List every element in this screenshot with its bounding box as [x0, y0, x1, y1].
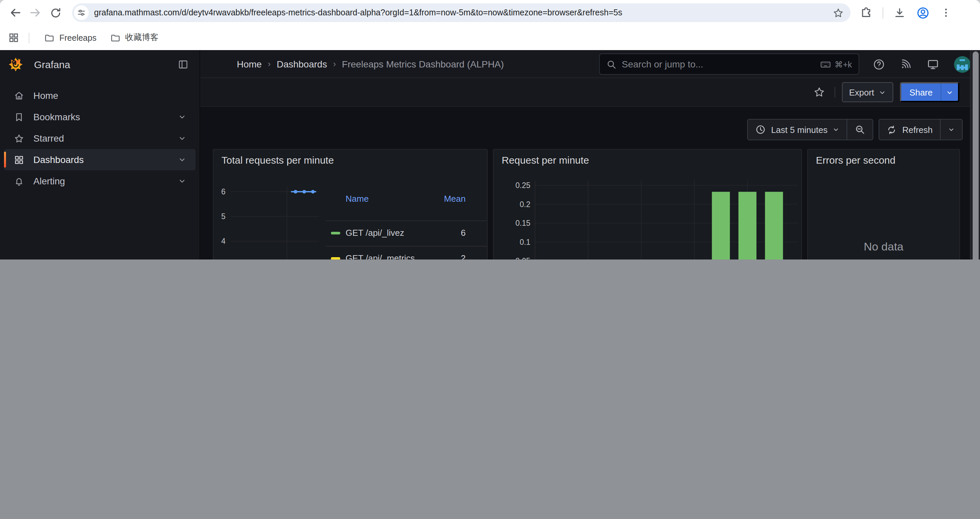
breadcrumb-item: Freeleaps Metrics Dashboard (ALPHA) [342, 58, 504, 69]
time-controls: Last 5 minutes [747, 119, 963, 140]
grafana-header: Home›Dashboards›Freeleaps Metrics Dashbo… [200, 50, 980, 78]
page-scrollbar[interactable] [970, 50, 980, 260]
star-outline-icon [813, 86, 825, 98]
request-per-minute-chart[interactable]: 0.250.20.150.10.05017:37:0017:38:0017:39… [494, 150, 802, 260]
search-input[interactable] [622, 59, 820, 69]
bookmarks-divider [29, 32, 29, 43]
svg-text:5: 5 [221, 212, 226, 221]
chevron-down-icon[interactable] [178, 113, 186, 121]
bookmark-label: Freeleaps [59, 33, 96, 42]
favorite-dashboard-button[interactable] [810, 83, 827, 101]
search-shortcut: ⌘+k [820, 58, 852, 70]
legend-row-value[interactable]: 6 [326, 227, 466, 239]
apps-icon [4, 154, 33, 165]
refresh-interval-button[interactable] [940, 120, 962, 140]
toolbar-actions [860, 6, 952, 20]
panel-title[interactable]: Errors per second [816, 154, 895, 166]
toolbar-divider [883, 7, 883, 18]
star-icon [4, 133, 33, 144]
svg-text:0.2: 0.2 [520, 200, 530, 209]
browser-menu-button[interactable] [940, 7, 952, 19]
apps-grid-icon [8, 32, 19, 43]
breadcrumb-item[interactable]: Home [237, 58, 262, 69]
reload-button[interactable] [45, 3, 65, 23]
bar-2xx[interactable] [712, 192, 730, 260]
chevron-down-icon[interactable] [178, 134, 186, 142]
bookmark-star-button[interactable] [832, 7, 844, 18]
sidebar-item-label: Alerting [33, 176, 178, 186]
sidebar-item-dashboards[interactable]: Dashboards [4, 149, 196, 170]
panel-title[interactable]: Total requests per minute [221, 154, 334, 166]
svg-text:0.05: 0.05 [515, 257, 530, 260]
table-separator [326, 220, 487, 221]
legend-row-value[interactable]: 2 [326, 252, 466, 260]
monitor-icon [927, 58, 939, 70]
refresh-group: Refresh [879, 119, 963, 140]
dock-sidebar-button[interactable] [175, 56, 191, 72]
sidebar-item-alerting[interactable]: Alerting [4, 170, 196, 192]
bar-2xx[interactable] [738, 192, 757, 260]
legend-header[interactable]: Mean [326, 193, 466, 205]
sidebar-item-starred[interactable]: Starred [4, 128, 196, 149]
search-icon [606, 59, 616, 69]
refresh-icon [887, 125, 897, 134]
back-button[interactable] [5, 3, 25, 23]
forward-button[interactable] [25, 3, 45, 23]
sidebar-nav: HomeBookmarksStarredDashboardsAlerting [0, 78, 199, 192]
kiosk-mode-button[interactable] [927, 58, 939, 70]
refresh-button[interactable]: Refresh [880, 120, 940, 140]
star-icon [832, 7, 844, 18]
kebab-menu-icon [940, 7, 952, 19]
chevron-down-icon[interactable] [178, 156, 186, 164]
share-menu-button[interactable] [941, 83, 958, 101]
dock-panel-icon [177, 58, 189, 70]
bookmark-item[interactable]: 收藏博客 [104, 29, 164, 46]
apps-grid-button[interactable] [8, 32, 19, 43]
svg-text:0.15: 0.15 [515, 219, 530, 227]
tune-icon [77, 8, 86, 18]
reload-icon [49, 6, 62, 19]
url-text[interactable]: grafana.mathmast.com/d/deytv4rwavabkb/fr… [94, 8, 832, 18]
panel-errors-per-second: Errors per second No data [807, 149, 960, 260]
scrollbar-thumb[interactable] [973, 51, 978, 260]
site-info-button[interactable] [74, 5, 89, 20]
brand-name: Grafana [34, 58, 175, 70]
search-box[interactable]: ⌘+k [599, 53, 859, 75]
panel-title[interactable]: Request per minute [502, 154, 589, 166]
bookmark-icon [4, 111, 33, 123]
rss-icon [900, 58, 912, 70]
chevron-down-icon [946, 88, 953, 96]
profile-icon [916, 6, 930, 20]
address-bar[interactable]: grafana.mathmast.com/d/deytv4rwavabkb/fr… [72, 3, 851, 22]
grafana-sidebar: Grafana HomeBookmarksStarredDashboardsAl… [0, 50, 200, 260]
sidebar-item-home[interactable]: Home [4, 85, 196, 106]
folder-icon [44, 32, 55, 43]
downloads-button[interactable] [893, 6, 906, 19]
sidebar-item-label: Starred [33, 133, 178, 144]
browser-window: grafana.mathmast.com/d/deytv4rwavabkb/fr… [0, 0, 980, 260]
breadcrumb-separator: › [333, 59, 336, 69]
extensions-icon [860, 6, 873, 19]
profile-button[interactable] [916, 6, 930, 20]
chevron-down-icon[interactable] [178, 177, 186, 185]
bookmark-item[interactable]: Freeleaps [39, 30, 102, 46]
zoom-out-button[interactable] [847, 120, 873, 140]
time-range-picker[interactable]: Last 5 minutes [748, 120, 847, 140]
share-button[interactable]: Share [900, 82, 959, 102]
grafana-logo [8, 56, 23, 72]
breadcrumb: Home›Dashboards›Freeleaps Metrics Dashbo… [237, 58, 504, 69]
chevron-down-icon [833, 126, 840, 133]
svg-text:0.1: 0.1 [520, 238, 530, 246]
extensions-button[interactable] [860, 6, 873, 19]
bar-2xx[interactable] [765, 192, 783, 260]
breadcrumb-item[interactable]: Dashboards [277, 58, 327, 69]
sidebar-item-bookmarks[interactable]: Bookmarks [4, 106, 196, 128]
folder-icon [110, 32, 121, 43]
export-button[interactable]: Export [842, 82, 893, 102]
news-button[interactable] [900, 58, 912, 70]
user-avatar[interactable] [954, 56, 970, 72]
panel-request-per-minute: Request per minute 0.250.20.150.10.05017… [493, 149, 802, 260]
breadcrumb-separator: › [268, 59, 271, 69]
help-button[interactable] [873, 58, 885, 70]
clock-icon [755, 124, 766, 135]
